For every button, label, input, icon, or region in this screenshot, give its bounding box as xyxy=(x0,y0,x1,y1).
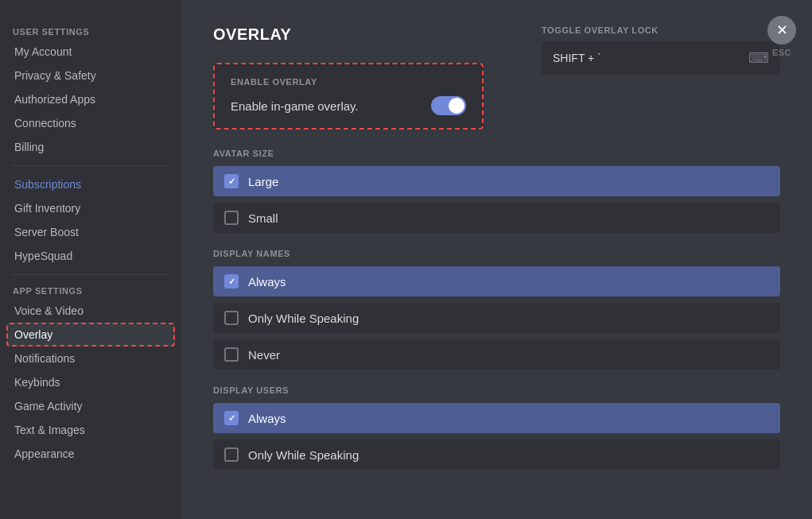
sidebar-item-label: Game Activity xyxy=(14,400,83,412)
display-names-label: Display Names xyxy=(213,249,780,258)
sidebar-item-label: Notifications xyxy=(14,352,75,365)
enable-overlay-box: Enable Overlay Enable in-game overlay. xyxy=(213,63,484,130)
option-text-never-names: Never xyxy=(248,348,280,362)
toggle-lock-label: Toggle Overlay Lock xyxy=(542,25,780,35)
display-users-label: Display Users xyxy=(213,385,780,395)
divider xyxy=(13,165,169,166)
option-text-while-speaking-users: Only While Speaking xyxy=(248,448,359,462)
option-row-never-names[interactable]: Never xyxy=(213,339,780,370)
sidebar-item-privacy-safety[interactable]: Privacy & Safety xyxy=(6,64,175,87)
option-text-large: Large xyxy=(248,175,278,188)
sidebar-item-label: Server Boost xyxy=(14,226,79,238)
sidebar-item-connections[interactable]: Connections xyxy=(6,111,175,135)
sidebar-item-server-boost[interactable]: Server Boost xyxy=(6,220,175,244)
sidebar-item-notifications[interactable]: Notifications xyxy=(6,347,175,370)
sidebar-item-hypesquad[interactable]: HypeSquad xyxy=(6,244,175,268)
sidebar-item-subscriptions[interactable]: Subscriptions xyxy=(6,172,175,196)
sidebar-item-my-account[interactable]: My Account xyxy=(6,40,175,64)
sidebar-item-label: Privacy & Safety xyxy=(14,69,96,82)
sidebar-item-keybinds[interactable]: Keybinds xyxy=(6,370,175,394)
checkbox-small[interactable] xyxy=(224,211,239,225)
option-row-always-names[interactable]: Always xyxy=(213,266,780,296)
sidebar-item-label: Subscriptions xyxy=(14,178,81,191)
option-text-always-names: Always xyxy=(248,275,286,289)
option-text-small: Small xyxy=(248,211,278,225)
close-button-label: ESC xyxy=(772,48,791,57)
sidebar-item-gift-inventory[interactable]: Gift Inventory xyxy=(6,196,175,220)
sidebar-item-label: Keybinds xyxy=(14,376,60,389)
checkbox-never-names[interactable] xyxy=(224,347,239,362)
sidebar-item-label: My Account xyxy=(14,45,72,58)
sidebar-item-overlay[interactable]: Overlay xyxy=(6,323,175,347)
option-row-always-users[interactable]: Always xyxy=(213,403,780,433)
sidebar-item-label: Authorized Apps xyxy=(14,93,95,106)
main-content: Overlay Enable Overlay Enable in-game ov… xyxy=(181,0,812,519)
sidebar-item-label: Connections xyxy=(14,117,76,130)
checkbox-always-names[interactable] xyxy=(224,274,239,289)
close-button[interactable]: ✕ xyxy=(767,16,796,45)
enable-overlay-row: Enable in-game overlay. xyxy=(231,96,466,115)
option-text-always-users: Always xyxy=(248,412,286,425)
sidebar-item-label: Voice & Video xyxy=(14,304,84,317)
keybind-text: SHIFT + ` xyxy=(553,52,601,64)
sidebar-item-text-images[interactable]: Text & Images xyxy=(6,418,175,442)
avatar-size-label: Avatar Size xyxy=(213,149,780,158)
divider xyxy=(13,274,169,275)
sidebar-item-label: Billing xyxy=(14,141,44,153)
sidebar-item-billing[interactable]: Billing xyxy=(6,135,175,159)
app-settings-label: App Settings xyxy=(6,281,175,299)
sidebar-item-appearance[interactable]: Appearance xyxy=(6,442,175,466)
option-row-large[interactable]: Large xyxy=(213,166,780,196)
keybind-box: SHIFT + ` ⌨ xyxy=(542,41,780,75)
enable-overlay-label: Enable Overlay xyxy=(231,77,466,87)
close-icon: ✕ xyxy=(776,21,788,39)
option-row-while-speaking-names[interactable]: Only While Speaking xyxy=(213,303,780,333)
sidebar-item-game-activity[interactable]: Game Activity xyxy=(6,394,175,418)
checkbox-while-speaking-names[interactable] xyxy=(224,311,239,325)
checkbox-always-users[interactable] xyxy=(224,411,239,425)
enable-overlay-text: Enable in-game overlay. xyxy=(231,99,359,113)
sidebar-item-authorized-apps[interactable]: Authorized Apps xyxy=(6,87,175,111)
sidebar-item-label: Overlay xyxy=(14,328,52,341)
keyboard-icon: ⌨ xyxy=(748,49,769,67)
checkbox-while-speaking-users[interactable] xyxy=(224,447,239,462)
sidebar: User Settings My Account Privacy & Safet… xyxy=(0,0,181,519)
option-text-while-speaking-names: Only While Speaking xyxy=(248,312,359,325)
sidebar-item-label: Appearance xyxy=(14,447,75,460)
sidebar-item-label: HypeSquad xyxy=(14,250,72,262)
sidebar-item-voice-video[interactable]: Voice & Video xyxy=(6,299,175,323)
user-settings-label: User Settings xyxy=(6,22,175,40)
option-row-small[interactable]: Small xyxy=(213,203,780,233)
option-row-while-speaking-users[interactable]: Only While Speaking xyxy=(213,440,780,470)
toggle-lock-section: Toggle Overlay Lock SHIFT + ` ⌨ xyxy=(542,25,780,75)
sidebar-item-label: Text & Images xyxy=(14,424,85,436)
checkbox-large[interactable] xyxy=(224,174,239,188)
enable-overlay-toggle[interactable] xyxy=(431,96,466,115)
sidebar-item-label: Gift Inventory xyxy=(14,202,80,215)
